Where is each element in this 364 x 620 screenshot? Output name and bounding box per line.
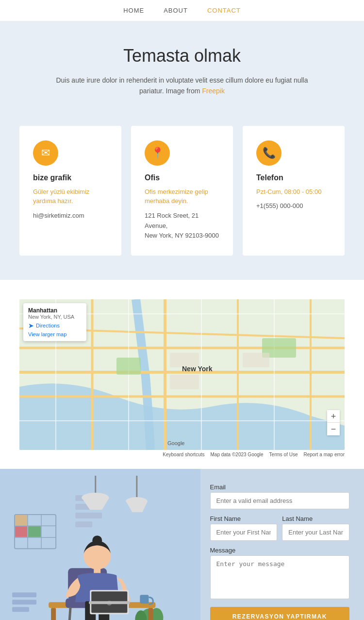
zoom-out-button[interactable]: −: [327, 423, 340, 435]
svg-rect-66: [28, 526, 41, 537]
hero-section: Temasta olmak Duis aute irure dolor in r…: [0, 21, 364, 116]
office-card-info: 121 Rock Sreet, 21 Avenue,New York, NY 9…: [145, 211, 219, 241]
svg-rect-65: [15, 526, 27, 537]
map-credits: Keyboard shortcuts Map data ©2023 Google…: [19, 450, 345, 459]
map-credit-terms: Terms of Use: [269, 452, 298, 457]
firstname-label: First Name: [210, 515, 278, 522]
lastname-input[interactable]: [282, 524, 349, 541]
message-field-group: Message: [210, 547, 350, 601]
view-larger-map-link[interactable]: View larger map: [28, 331, 66, 337]
office-card: 📍 Ofis Ofis merkezimize gelip merhaba de…: [131, 126, 233, 256]
nav-contact[interactable]: CONTACT: [207, 7, 241, 14]
email-card-title: bize grafik: [33, 173, 108, 182]
nav-home[interactable]: HOME: [123, 7, 144, 14]
popup-subtitle: New York, NY, USA: [28, 314, 82, 320]
office-card-highlight: Ofis merkezimize gelip merhaba deyin.: [145, 187, 219, 206]
contact-form: Email First Name Last Name Message REZER…: [200, 469, 364, 620]
firstname-input[interactable]: [210, 524, 278, 541]
svg-rect-67: [15, 515, 27, 525]
email-card: ✉ bize grafik Güler yüzlü ekibimiz yardı…: [19, 126, 121, 256]
svg-rect-30: [136, 476, 137, 500]
form-illustration: [0, 469, 200, 620]
svg-rect-26: [75, 513, 102, 518]
svg-rect-39: [148, 608, 153, 620]
map-zoom-controls: + −: [327, 410, 340, 435]
page-title: Temasta olmak: [10, 46, 354, 66]
phone-card-highlight: Pzt-Cum, 08:00 - 05:00: [256, 187, 331, 197]
hero-description: Duis aute irure dolor in rehenderit in v…: [56, 75, 308, 97]
map-section: New York Google Manhattan New York, NY, …: [0, 280, 364, 469]
phone-card-title: Telefon: [256, 173, 331, 182]
svg-rect-19: [170, 375, 199, 389]
office-card-title: Ofis: [145, 173, 219, 182]
svg-rect-20: [243, 353, 269, 367]
location-icon: 📍: [145, 140, 170, 166]
message-label: Message: [210, 547, 350, 554]
popup-directions[interactable]: ➤ Directions: [28, 322, 82, 329]
email-field-group: Email: [210, 483, 350, 509]
popup-title: Manhattan: [28, 307, 82, 314]
message-input[interactable]: [210, 555, 350, 599]
email-input[interactable]: [210, 492, 350, 509]
lastname-field-group: Last Name: [282, 515, 349, 541]
svg-rect-55: [89, 601, 130, 604]
lastname-label: Last Name: [282, 515, 349, 522]
svg-text:Google: Google: [167, 440, 184, 446]
svg-rect-59: [12, 607, 29, 612]
email-icon: ✉: [33, 140, 58, 166]
freepik-link[interactable]: Freepik: [202, 87, 225, 95]
form-section: Email First Name Last Name Message REZER…: [0, 469, 364, 620]
svg-text:New York: New York: [182, 365, 213, 373]
phone-card-info: +1(555) 000-000: [256, 201, 331, 211]
svg-rect-28: [95, 476, 96, 495]
map-credit-data: Map data ©2023 Google: [210, 452, 263, 457]
svg-rect-38: [51, 608, 56, 620]
svg-rect-57: [12, 592, 36, 597]
cards-section: ✉ bize grafik Güler yüzlü ekibimiz yardı…: [0, 116, 364, 280]
directions-arrow-icon: ➤: [28, 322, 34, 329]
svg-point-45: [92, 535, 102, 545]
email-card-info: hi@sirketimiz.com: [33, 211, 108, 221]
map-credit-shortcuts: Keyboard shortcuts: [163, 452, 204, 457]
submit-button[interactable]: REZERVASYON YAPTIRMAK: [210, 607, 350, 620]
name-row: First Name Last Name: [210, 515, 350, 541]
svg-rect-16: [116, 358, 141, 375]
svg-rect-56: [140, 595, 149, 603]
phone-card: 📞 Telefon Pzt-Cum, 08:00 - 05:00 +1(555)…: [243, 126, 345, 256]
svg-rect-27: [75, 521, 92, 527]
email-label: Email: [210, 483, 350, 491]
map-popup: Manhattan New York, NY, USA ➤ Directions…: [23, 303, 86, 341]
zoom-in-button[interactable]: +: [327, 410, 340, 423]
map-credit-report: Report a map error: [304, 452, 345, 457]
navigation: HOME ABOUT CONTACT: [0, 0, 364, 21]
nav-about[interactable]: ABOUT: [164, 7, 188, 14]
svg-rect-58: [12, 600, 36, 604]
map-container[interactable]: New York Google Manhattan New York, NY, …: [19, 299, 345, 450]
firstname-field-group: First Name: [210, 515, 278, 541]
phone-icon: 📞: [256, 140, 281, 166]
email-card-highlight: Güler yüzlü ekibimiz yardıma hazır.: [33, 187, 108, 206]
